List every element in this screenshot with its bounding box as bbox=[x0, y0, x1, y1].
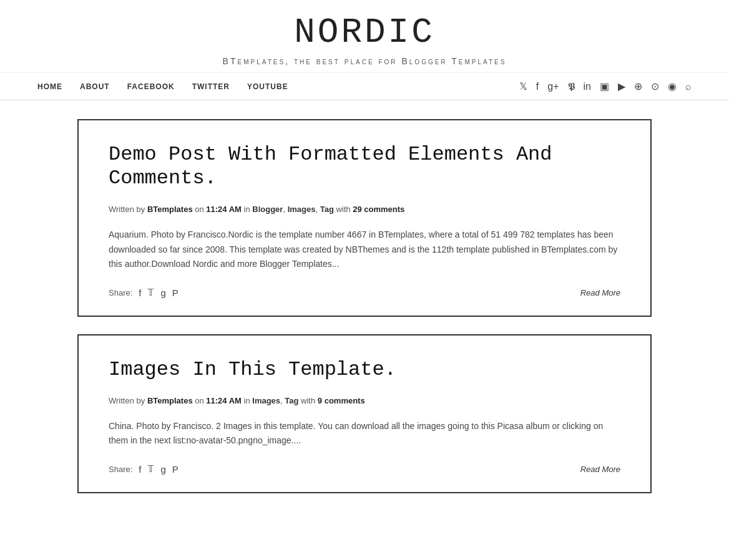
linkedin-icon[interactable]: in bbox=[584, 81, 591, 92]
googleplus-icon[interactable]: g+ bbox=[547, 81, 559, 92]
nav-links: HOMEABOUTFACEBOOKTWITTERYOUTUBE bbox=[37, 82, 288, 91]
site-tagline: BTemplates, the best place for Blogger T… bbox=[0, 56, 729, 66]
read-more-link-2[interactable]: Read More bbox=[580, 465, 620, 474]
post-meta-1: Written by BTemplates on 11:24 AM in Blo… bbox=[109, 205, 620, 214]
category-link[interactable]: Images bbox=[288, 205, 316, 214]
post-title-2[interactable]: Images in this template. bbox=[109, 358, 620, 382]
category-link[interactable]: Tag bbox=[320, 205, 334, 214]
post-title-1[interactable]: Demo post with formatted elements and co… bbox=[109, 143, 620, 191]
nav-link-twitter[interactable]: TWITTER bbox=[192, 82, 230, 91]
facebook-share-icon[interactable]: f bbox=[139, 287, 141, 298]
instagram-icon[interactable]: ▣ bbox=[600, 80, 609, 92]
github-icon[interactable]: ⊕ bbox=[634, 80, 642, 92]
share-label: Share: bbox=[109, 288, 132, 297]
post-footer-2: Share:f𝕋gPRead More bbox=[109, 463, 620, 475]
nav-icons: 𝕏fg+𝕻in▣▶⊕⊙◉⌕ bbox=[519, 80, 692, 92]
read-more-link-1[interactable]: Read More bbox=[580, 288, 620, 297]
share-section-2: Share:f𝕋gP bbox=[109, 463, 179, 475]
pinterest-share-icon[interactable]: P bbox=[172, 464, 179, 475]
facebook-icon[interactable]: f bbox=[536, 81, 539, 92]
site-header: NORDIC BTemplates, the best place for Bl… bbox=[0, 0, 729, 73]
twitter-icon[interactable]: 𝕏 bbox=[519, 80, 527, 92]
youtube-icon[interactable]: ▶ bbox=[618, 80, 625, 92]
googleplus-share-icon[interactable]: g bbox=[160, 287, 165, 298]
post-time: 11:24 AM bbox=[206, 205, 242, 214]
post-footer-1: Share:f𝕋gPRead More bbox=[109, 287, 620, 298]
nav-link-about[interactable]: ABOUT bbox=[80, 82, 110, 91]
pinterest-icon[interactable]: 𝕻 bbox=[568, 81, 575, 92]
twitter-share-icon[interactable]: 𝕋 bbox=[147, 463, 154, 475]
main-content: Demo post with formatted elements and co… bbox=[65, 119, 664, 493]
post-author: BTemplates bbox=[147, 205, 193, 214]
share-section-1: Share:f𝕋gP bbox=[109, 287, 179, 298]
post-card-1: Demo post with formatted elements and co… bbox=[77, 119, 652, 317]
facebook-share-icon[interactable]: f bbox=[139, 464, 141, 475]
post-meta-2: Written by BTemplates on 11:24 AM in Ima… bbox=[109, 396, 620, 405]
post-excerpt-1: Aquarium. Photo by Francisco.Nordic is t… bbox=[109, 228, 620, 272]
nav-bar: HOMEABOUTFACEBOOKTWITTERYOUTUBE 𝕏fg+𝕻in▣… bbox=[0, 73, 729, 100]
pinterest-share-icon[interactable]: P bbox=[172, 287, 179, 298]
category-link[interactable]: Blogger bbox=[252, 205, 283, 214]
dribbble-icon[interactable]: ⊙ bbox=[651, 80, 659, 92]
site-title: NORDIC bbox=[0, 12, 729, 52]
category-link[interactable]: Images bbox=[252, 396, 280, 405]
nav-link-youtube[interactable]: YOUTUBE bbox=[247, 82, 288, 91]
twitter-share-icon[interactable]: 𝕋 bbox=[147, 287, 154, 298]
rss-icon[interactable]: ◉ bbox=[668, 80, 677, 92]
nav-link-home[interactable]: HOME bbox=[37, 82, 62, 91]
share-label: Share: bbox=[109, 465, 132, 474]
post-author: BTemplates bbox=[147, 396, 193, 405]
post-comments: 9 comments bbox=[318, 396, 365, 405]
post-excerpt-2: China. Photo by Francisco. 2 Images in t… bbox=[109, 419, 620, 449]
googleplus-share-icon[interactable]: g bbox=[160, 464, 165, 475]
post-time: 11:24 AM bbox=[206, 396, 242, 405]
category-link[interactable]: Tag bbox=[285, 396, 298, 405]
nav-link-facebook[interactable]: FACEBOOK bbox=[127, 82, 175, 91]
post-card-2: Images in this template.Written by BTemp… bbox=[77, 334, 652, 493]
post-comments: 29 comments bbox=[353, 205, 404, 214]
search-icon[interactable]: ⌕ bbox=[685, 81, 692, 92]
